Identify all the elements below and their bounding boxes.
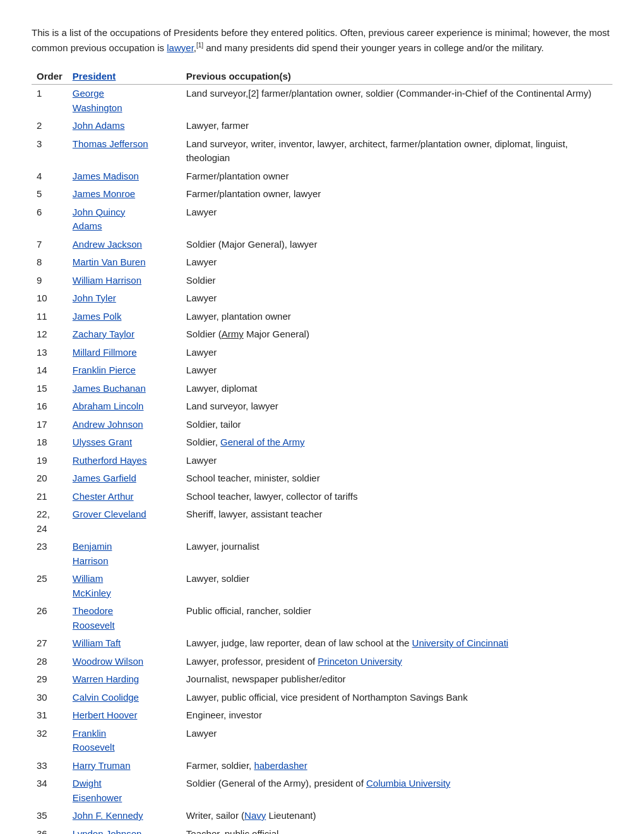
president-link[interactable]: Millard Fillmore bbox=[73, 347, 137, 358]
occupation-cell: Teacher, public official bbox=[181, 825, 612, 835]
occupation-cell: Lawyer bbox=[181, 344, 612, 362]
president-cell: William Taft bbox=[68, 634, 181, 653]
president-link[interactable]: Thomas Jefferson bbox=[73, 138, 148, 149]
columbia-link[interactable]: Columbia University bbox=[366, 778, 450, 789]
president-link[interactable]: Herbert Hoover bbox=[73, 710, 138, 720]
table-row: 25 WilliamMcKinley Lawyer, soldier bbox=[32, 570, 612, 602]
president-cell: John Adams bbox=[68, 117, 181, 135]
order-cell: 35 bbox=[32, 807, 68, 825]
president-cell: Abraham Lincoln bbox=[68, 397, 181, 416]
order-cell: 11 bbox=[32, 308, 68, 326]
order-cell: 2 bbox=[32, 117, 68, 135]
president-cell: William Harrison bbox=[68, 272, 181, 290]
princeton-link[interactable]: Princeton University bbox=[318, 656, 402, 667]
table-row: 6 John QuincyAdams Lawyer bbox=[32, 203, 612, 236]
president-cell: Herbert Hoover bbox=[68, 706, 181, 725]
table-row: 26 TheodoreRoosevelt Public official, ra… bbox=[32, 602, 612, 634]
president-link[interactable]: Rutherford Hayes bbox=[73, 455, 147, 466]
haberdasher-link[interactable]: haberdasher bbox=[254, 760, 307, 771]
occupation-cell: Sheriff, lawyer, assistant teacher bbox=[181, 505, 612, 538]
president-cell: Calvin Coolidge bbox=[68, 689, 181, 707]
president-link[interactable]: BenjaminHarrison bbox=[73, 541, 112, 566]
occupation-cell: Lawyer, public official, vice president … bbox=[181, 689, 612, 707]
president-link[interactable]: Grover Cleveland bbox=[73, 509, 146, 519]
table-row: 20 James Garfield School teacher, minist… bbox=[32, 469, 612, 488]
president-link[interactable]: Zachary Taylor bbox=[73, 329, 134, 339]
president-link[interactable]: Lyndon Johnson bbox=[73, 828, 142, 835]
president-cell: John Tyler bbox=[68, 289, 181, 308]
occupation-cell: Writer, sailor (Navy Lieutenant) bbox=[181, 807, 612, 825]
order-header: Order bbox=[32, 68, 68, 85]
president-link[interactable]: Calvin Coolidge bbox=[73, 692, 139, 703]
occupation-cell: Lawyer bbox=[181, 289, 612, 308]
president-cell: Rutherford Hayes bbox=[68, 452, 181, 470]
order-cell: 21 bbox=[32, 488, 68, 506]
order-cell: 8 bbox=[32, 253, 68, 272]
occupation-cell: Lawyer bbox=[181, 253, 612, 272]
president-link[interactable]: John Tyler bbox=[73, 293, 116, 303]
president-link[interactable]: William Harrison bbox=[73, 275, 141, 286]
president-link[interactable]: William Taft bbox=[73, 638, 121, 648]
occupation-cell: Public official, rancher, soldier bbox=[181, 602, 612, 634]
order-cell: 32 bbox=[32, 725, 68, 757]
president-link[interactable]: Andrew Jackson bbox=[73, 239, 142, 250]
table-row: 18 Ulysses Grant Soldier, General of the… bbox=[32, 433, 612, 452]
president-link[interactable]: Warren Harding bbox=[73, 674, 139, 684]
order-cell: 9 bbox=[32, 272, 68, 290]
president-cell: James Polk bbox=[68, 308, 181, 326]
president-cell: Ulysses Grant bbox=[68, 433, 181, 452]
president-link[interactable]: James Garfield bbox=[73, 473, 136, 483]
occupation-cell: Soldier (Army Major General) bbox=[181, 325, 612, 344]
president-link[interactable]: Martin Van Buren bbox=[73, 257, 146, 267]
table-row: 4 James Madison Farmer/plantation owner bbox=[32, 167, 612, 186]
president-link[interactable]: James Polk bbox=[73, 311, 122, 322]
president-link[interactable]: DwightEisenhower bbox=[73, 778, 122, 803]
president-cell: Lyndon Johnson bbox=[68, 825, 181, 835]
order-cell: 28 bbox=[32, 653, 68, 671]
president-cell: Millard Fillmore bbox=[68, 344, 181, 362]
occupation-header: Previous occupation(s) bbox=[181, 68, 612, 85]
president-link[interactable]: James Monroe bbox=[73, 188, 135, 199]
order-cell: 3 bbox=[32, 135, 68, 167]
order-cell: 4 bbox=[32, 167, 68, 186]
president-cell: Thomas Jefferson bbox=[68, 135, 181, 167]
president-cell: DwightEisenhower bbox=[68, 775, 181, 807]
president-link[interactable]: WilliamMcKinley bbox=[73, 573, 111, 598]
table-row: 31 Herbert Hoover Engineer, investor bbox=[32, 706, 612, 725]
occupation-cell: Lawyer bbox=[181, 452, 612, 470]
president-link[interactable]: GeorgeWashington bbox=[73, 88, 122, 113]
general-of-army-link[interactable]: General of the Army bbox=[220, 437, 304, 447]
president-link[interactable]: Andrew Johnson bbox=[73, 419, 143, 430]
president-link[interactable]: John F. Kennedy bbox=[73, 810, 143, 821]
navy-link[interactable]: Navy bbox=[244, 810, 266, 821]
table-row: 1 GeorgeWashington Land surveyor,[2] far… bbox=[32, 85, 612, 118]
president-link[interactable]: Chester Arthur bbox=[73, 491, 134, 502]
table-row: 3 Thomas Jefferson Land surveyor, writer… bbox=[32, 135, 612, 167]
university-cincinnati-link[interactable]: University of Cincinnati bbox=[412, 638, 509, 648]
president-link[interactable]: James Buchanan bbox=[73, 383, 146, 394]
president-link[interactable]: TheodoreRoosevelt bbox=[73, 605, 115, 631]
president-link[interactable]: John QuincyAdams bbox=[73, 207, 125, 232]
president-link[interactable]: Harry Truman bbox=[73, 760, 131, 771]
occupation-cell: Soldier (General of the Army), president… bbox=[181, 775, 612, 807]
occupation-cell: Farmer, soldier, haberdasher bbox=[181, 757, 612, 775]
president-link[interactable]: Abraham Lincoln bbox=[73, 401, 144, 411]
order-cell: 36 bbox=[32, 825, 68, 835]
president-link[interactable]: Franklin Pierce bbox=[73, 365, 136, 375]
occupation-cell: School teacher, minister, soldier bbox=[181, 469, 612, 488]
lawyer-link[interactable]: lawyer bbox=[167, 42, 194, 53]
president-link[interactable]: FranklinRoosevelt bbox=[73, 728, 115, 753]
president-cell: James Madison bbox=[68, 167, 181, 186]
president-link[interactable]: Woodrow Wilson bbox=[73, 656, 143, 667]
table-row: 27 William Taft Lawyer, judge, law repor… bbox=[32, 634, 612, 653]
president-link[interactable]: John Adams bbox=[73, 120, 125, 131]
occupation-cell: Engineer, investor bbox=[181, 706, 612, 725]
president-link[interactable]: Ulysses Grant bbox=[73, 437, 132, 447]
order-cell: 10 bbox=[32, 289, 68, 308]
president-link[interactable]: James Madison bbox=[73, 171, 139, 181]
occupation-cell: Farmer/plantation owner bbox=[181, 167, 612, 186]
table-row: 9 William Harrison Soldier bbox=[32, 272, 612, 290]
table-row: 33 Harry Truman Farmer, soldier, haberda… bbox=[32, 757, 612, 775]
order-cell: 23 bbox=[32, 538, 68, 570]
president-header-link[interactable]: President bbox=[73, 71, 116, 82]
